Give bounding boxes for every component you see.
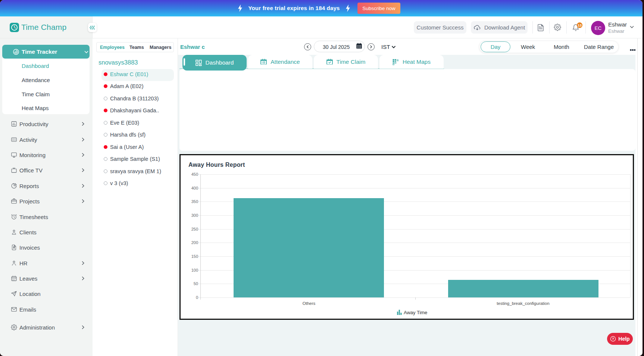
svg-text:B: B (397, 59, 399, 62)
svg-text:?: ? (612, 337, 615, 341)
